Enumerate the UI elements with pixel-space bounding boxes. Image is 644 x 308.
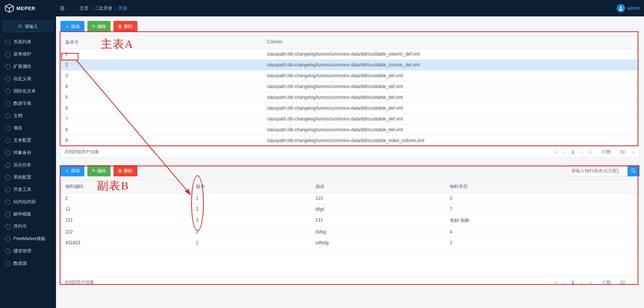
- table-row[interactable]: 4classpath:/db-changelog/lumos/commons-d…: [61, 81, 639, 92]
- sidebar-item-label: 后台任务: [13, 162, 31, 168]
- table-row[interactable]: 3classpath:/db-changelog/lumos/commons-d…: [61, 70, 639, 81]
- filter-input[interactable]: [568, 165, 628, 176]
- breadcrumb-group[interactable]: 二次开发: [94, 5, 112, 12]
- sidebar-item-0[interactable]: 页面列表: [0, 36, 56, 48]
- circle-icon: [5, 64, 10, 69]
- table-row[interactable]: 6classpath:/db-changelog/lumos/commons-d…: [61, 103, 639, 114]
- sidebar-item-label: 系统配置: [13, 174, 31, 180]
- cell-version: 2: [192, 204, 311, 214]
- filter-go-button[interactable]: [628, 165, 640, 176]
- plus-icon: ＋: [65, 168, 69, 174]
- table-row[interactable]: 5classpath:/db-changelog/lumos/commons-d…: [61, 92, 639, 103]
- cell-code: 222: [61, 227, 192, 237]
- table-row[interactable]: 2classpath:/db-changelog/lumos/commons-d…: [61, 60, 639, 70]
- sidebar-item-7[interactable]: 项目: [0, 122, 56, 134]
- add-button-a[interactable]: ＋添加: [60, 21, 84, 32]
- sidebar-item-label: 页面列表: [13, 39, 31, 45]
- edit-button-a[interactable]: ✎编辑: [87, 21, 111, 32]
- sidebar-item-15[interactable]: 序列号: [0, 220, 56, 233]
- table-row[interactable]: 122dfgd7: [61, 204, 639, 215]
- edit-label: 编辑: [97, 168, 106, 174]
- cell-version: 2: [192, 215, 311, 226]
- rows-value[interactable]: 30: [620, 150, 625, 155]
- cell-type: 2: [445, 238, 639, 248]
- pager-prev[interactable]: ‹: [563, 280, 565, 285]
- svg-point-3: [19, 25, 21, 28]
- sidebar-item-5[interactable]: 数据字典: [0, 97, 56, 110]
- table-row[interactable]: 221233: [61, 193, 639, 204]
- cell-code: 432423: [61, 238, 192, 248]
- table-row[interactable]: 1112111包材-泡棉: [61, 215, 639, 227]
- breadcrumb-home[interactable]: 主页: [80, 5, 88, 12]
- sidebar-item-11[interactable]: 系统配置: [0, 171, 56, 183]
- sidebar-item-4[interactable]: 国际化文本: [0, 85, 56, 97]
- add-button-b[interactable]: ＋添加: [60, 165, 84, 176]
- rows-label: 行数: [602, 279, 611, 286]
- cell-version: 1: [61, 49, 262, 59]
- sidebar-item-1[interactable]: 菜单维护: [0, 48, 56, 60]
- sidebar-item-label: 文档: [13, 113, 22, 119]
- sidebar-item-16[interactable]: FreeMarker模板: [0, 233, 56, 245]
- user-chip[interactable]: admin: [617, 4, 640, 12]
- sidebar-item-3[interactable]: 自定义表: [0, 73, 56, 85]
- table-row[interactable]: 7classpath:/db-changelog/lumos/commons-d…: [61, 114, 639, 125]
- col-column[interactable]: Column: [262, 36, 639, 48]
- cell-desc: dfgd: [311, 204, 445, 214]
- table-row[interactable]: 9classpath:/db-changelog/lumos/commons-d…: [61, 135, 639, 146]
- table-row[interactable]: 1classpath:/db-changelog/lumos/commons-d…: [61, 49, 639, 60]
- pager-next[interactable]: ›: [581, 280, 582, 285]
- search-icon: [18, 24, 22, 29]
- circle-icon: [5, 175, 10, 180]
- sidebar-item-10[interactable]: 后台任务: [0, 159, 56, 171]
- menu-toggle[interactable]: [57, 3, 68, 14]
- sidebar-item-8[interactable]: 文本配置: [0, 134, 56, 147]
- circle-icon: [5, 163, 10, 168]
- cell-column: classpath:/db-changelog/lumos/commons-da…: [262, 125, 639, 135]
- pager-last[interactable]: »: [589, 280, 592, 285]
- col-desc[interactable]: 描述: [311, 180, 445, 193]
- table-row[interactable]: 4324232sdfsdg2: [61, 238, 639, 248]
- cell-version: 9: [61, 135, 262, 146]
- cell-desc: 111: [311, 215, 445, 226]
- sidebar-item-6[interactable]: 文档: [0, 110, 56, 122]
- rows-value[interactable]: 30: [620, 280, 625, 285]
- cell-version: 7: [61, 114, 262, 124]
- delete-button-b[interactable]: 🗑删除: [113, 165, 137, 176]
- col-type[interactable]: 物料类型: [445, 180, 639, 193]
- cell-version: 5: [61, 92, 262, 103]
- pager-prev[interactable]: ‹: [563, 150, 565, 155]
- table-a-header: 版本号 Column: [61, 36, 639, 49]
- toolbar-a: ＋添加 ✎编辑 🗑删除: [60, 21, 640, 32]
- sidebar-item-17[interactable]: 缓存管理: [0, 245, 56, 257]
- table-row[interactable]: 2222dsfsg4: [61, 227, 639, 238]
- svg-line-6: [634, 172, 636, 173]
- sidebar-item-12[interactable]: 开发工具: [0, 183, 56, 196]
- breadcrumb-sep: ›: [115, 6, 116, 11]
- sidebar-search[interactable]: 请输入: [3, 21, 53, 32]
- delete-button-a[interactable]: 🗑删除: [113, 21, 137, 32]
- pager-first[interactable]: «: [554, 280, 557, 285]
- edit-button-b[interactable]: ✎编辑: [87, 165, 111, 176]
- col-version[interactable]: 版本号: [61, 36, 262, 48]
- cell-version: 2: [61, 60, 262, 70]
- sidebar-item-9[interactable]: 对象备份: [0, 147, 56, 159]
- pager-first[interactable]: «: [554, 150, 557, 155]
- pencil-icon: ✎: [92, 168, 96, 173]
- logo: MEPER: [4, 3, 53, 13]
- pager-last[interactable]: »: [589, 150, 592, 155]
- chevron-down-icon[interactable]: ⌄: [632, 150, 635, 155]
- main: ＋添加 ✎编辑 🗑删除 版本号 Column 1classpath:/db-ch…: [56, 16, 644, 308]
- sidebar-item-13[interactable]: 站内信内容: [0, 196, 56, 208]
- pager-next[interactable]: ›: [581, 150, 582, 155]
- col-code[interactable]: 物料编码: [61, 180, 192, 193]
- col-version[interactable]: 版本: [192, 180, 311, 193]
- sidebar-item-label: 扩展属性: [13, 63, 31, 70]
- circle-icon: [5, 236, 10, 242]
- table-row[interactable]: 8classpath:/db-changelog/lumos/commons-d…: [61, 125, 639, 135]
- sidebar-item-2[interactable]: 扩展属性: [0, 60, 56, 73]
- sidebar-item-label: 站内信内容: [13, 199, 36, 205]
- sidebar-item-18[interactable]: 数据源: [0, 257, 56, 270]
- chevron-down-icon[interactable]: ⌄: [632, 280, 635, 285]
- sidebar-item-14[interactable]: 邮件模板: [0, 208, 56, 220]
- add-label: 添加: [71, 168, 80, 174]
